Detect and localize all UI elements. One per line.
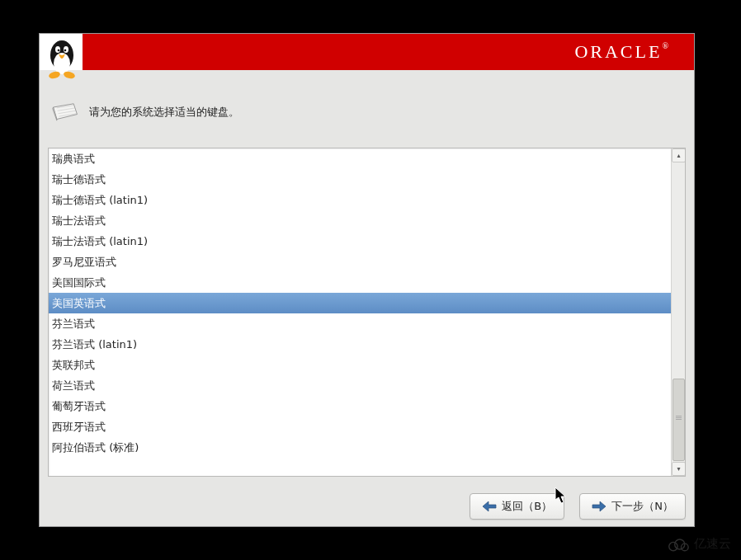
list-item[interactable]: 美国国际式: [49, 272, 671, 293]
list-item[interactable]: 瑞典语式: [49, 148, 671, 169]
button-row: 返回（B） 下一步（N）: [40, 485, 694, 526]
watermark-text: 亿速云: [694, 536, 731, 552]
list-item[interactable]: 瑞士德语式: [49, 169, 671, 190]
header-red: ORACLE®: [83, 34, 694, 70]
back-button[interactable]: 返回（B）: [470, 493, 564, 520]
keyboard-list: 瑞典语式瑞士德语式瑞士德语式 (latin1)瑞士法语式瑞士法语式 (latin…: [48, 148, 686, 477]
list-item[interactable]: 瑞士德语式 (latin1): [49, 190, 671, 210]
header-left: [40, 34, 83, 70]
content-area: 请为您的系统选择适当的键盘。 瑞典语式瑞士德语式瑞士德语式 (latin1)瑞士…: [40, 70, 694, 485]
penguin-icon: [45, 37, 79, 82]
list-item[interactable]: 荷兰语式: [49, 375, 671, 396]
list-item[interactable]: 芬兰语式 (latin1): [49, 334, 671, 355]
prompt-text: 请为您的系统选择适当的键盘。: [89, 105, 239, 120]
oracle-logo: ORACLE®: [574, 41, 671, 63]
arrow-right-icon: [592, 501, 606, 512]
next-label: 下一步（N）: [611, 499, 673, 514]
arrow-left-icon: [482, 501, 497, 512]
keyboard-list-scroll[interactable]: 瑞典语式瑞士德语式瑞士德语式 (latin1)瑞士法语式瑞士法语式 (latin…: [49, 148, 671, 476]
list-item[interactable]: 芬兰语式: [49, 313, 671, 334]
scrollbar[interactable]: ▴ ▾: [671, 148, 685, 476]
scroll-thumb[interactable]: [673, 379, 685, 461]
list-item[interactable]: 瑞士法语式: [49, 210, 671, 231]
list-item[interactable]: 美国英语式: [49, 293, 671, 313]
installer-window: ORACLE® 请为您的系统选择适当的键盘。 瑞典语式瑞士德语式瑞士德语式 (l…: [39, 33, 695, 527]
keyboard-icon: [51, 101, 79, 123]
list-item[interactable]: 阿拉伯语式 (标准): [49, 437, 671, 458]
scroll-up-button[interactable]: ▴: [672, 148, 686, 162]
watermark: 亿速云: [668, 536, 731, 552]
svg-point-5: [64, 49, 67, 52]
svg-point-2: [55, 46, 60, 53]
header-bar: ORACLE®: [40, 34, 694, 70]
list-item[interactable]: 英联邦式: [49, 355, 671, 375]
watermark-cloud-icon: [668, 537, 689, 552]
scroll-down-button[interactable]: ▾: [672, 462, 686, 476]
list-item[interactable]: 瑞士法语式 (latin1): [49, 231, 671, 252]
back-label: 返回（B）: [502, 499, 552, 514]
list-item[interactable]: 罗马尼亚语式: [49, 252, 671, 272]
list-item[interactable]: 葡萄牙语式: [49, 396, 671, 416]
list-item[interactable]: 西班牙语式: [49, 416, 671, 437]
svg-point-12: [669, 542, 677, 550]
prompt-row: 请为您的系统选择适当的键盘。: [51, 101, 686, 123]
next-button[interactable]: 下一步（N）: [579, 493, 686, 520]
svg-point-4: [58, 49, 60, 52]
svg-point-3: [64, 46, 68, 53]
